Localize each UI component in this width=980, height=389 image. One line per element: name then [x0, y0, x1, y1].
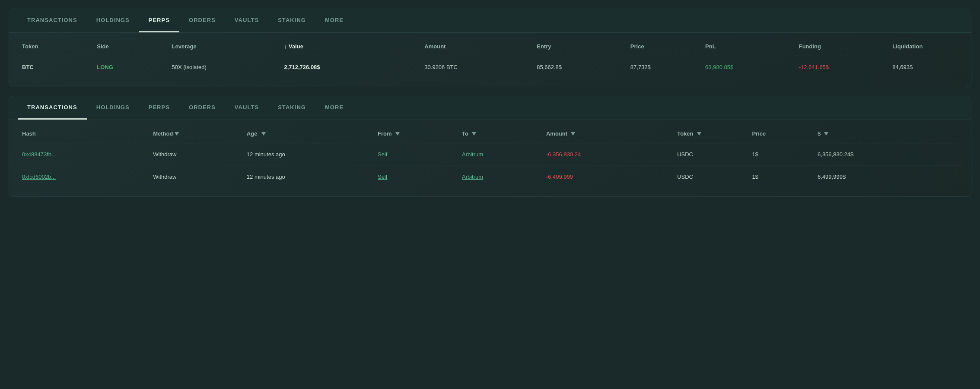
tab-more-2[interactable]: MORE [315, 96, 353, 120]
tx-header-to[interactable]: To [462, 130, 546, 137]
tab-transactions-1[interactable]: TRANSACTIONS [18, 9, 87, 32]
tx-cell-dollar-1: 6,499,999$ [818, 174, 958, 180]
tab-staking-1[interactable]: STAKING [268, 9, 315, 32]
perps-header-amount: Amount [424, 43, 537, 50]
perps-col-headers: Token Side Leverage ↓ Value Amount Entry… [18, 37, 962, 56]
tx-col-headers: Hash Method Age From To Amount [18, 124, 962, 143]
perps-header-side: Side [97, 43, 172, 50]
tx-header-dollar[interactable]: $ [818, 130, 958, 137]
tx-cell-dollar-0: 6,356,830.24$ [818, 151, 958, 158]
panel-transactions: TRANSACTIONS HOLDINGS PERPS ORDERS VAULT… [9, 96, 971, 197]
perps-header-leverage: Leverage [172, 43, 284, 50]
tx-cell-from-1[interactable]: Self [378, 174, 462, 180]
perps-header-funding: Funding [799, 43, 893, 50]
perps-header-token: Token [22, 43, 97, 50]
tx-cell-token-1: USDC [677, 174, 752, 180]
tx-cell-age-1: 12 minutes ago [247, 174, 378, 180]
perps-header-liquidation: Liquidation [892, 43, 958, 50]
perps-row-0: BTC LONG 50X (isolated) 2,712,726.08$ 30… [18, 56, 962, 78]
tx-cell-method-1: Withdraw [153, 174, 247, 180]
tx-cell-to-1[interactable]: Arbitrum [462, 174, 546, 180]
perps-header-value[interactable]: ↓ Value [284, 43, 424, 50]
perps-cell-price-0: 87,732$ [630, 64, 705, 70]
method-filter-icon [175, 130, 179, 137]
token-filter-icon [697, 130, 701, 137]
perps-cell-token-0: BTC [22, 64, 97, 70]
tx-row-1: 0xfcd6002b... Withdraw 12 minutes ago Se… [18, 166, 962, 188]
tab-perps-1[interactable]: PERPS [139, 9, 179, 32]
perps-header-entry: Entry [537, 43, 630, 50]
transactions-tabs: TRANSACTIONS HOLDINGS PERPS ORDERS VAULT… [9, 96, 971, 120]
tab-vaults-2[interactable]: VAULTS [225, 96, 268, 120]
tx-cell-hash-1[interactable]: 0xfcd6002b... [22, 174, 153, 180]
perps-header-value-sort-icon: ↓ [284, 43, 287, 50]
to-filter-icon [472, 130, 476, 137]
tab-orders-2[interactable]: ORDERS [179, 96, 225, 120]
tx-header-age[interactable]: Age [247, 130, 378, 137]
tab-staking-2[interactable]: STAKING [268, 96, 315, 120]
perps-cell-funding-0: -12,641.65$ [799, 64, 893, 70]
perps-cell-leverage-0: 50X (isolated) [172, 64, 284, 70]
age-filter-icon [261, 130, 266, 137]
tx-header-token[interactable]: Token [677, 130, 752, 137]
panel-perps: TRANSACTIONS HOLDINGS PERPS ORDERS VAULT… [9, 9, 971, 87]
perps-header-pnl: PnL [705, 43, 799, 50]
from-filter-icon [395, 130, 400, 137]
perps-cell-value-0: 2,712,726.08$ [284, 64, 424, 70]
tab-perps-2[interactable]: PERPS [139, 96, 179, 120]
tx-cell-price-1: 1$ [752, 174, 818, 180]
tx-cell-amount-0: -6,356,830.24 [546, 151, 677, 158]
tx-cell-age-0: 12 minutes ago [247, 151, 378, 158]
tab-holdings-2[interactable]: HOLDINGS [87, 96, 139, 120]
tx-table-container: Hash Method Age From To Amount [9, 120, 971, 196]
perps-cell-amount-0: 30.9206 BTC [424, 64, 537, 70]
tx-header-price: Price [752, 130, 818, 137]
tx-header-from[interactable]: From [378, 130, 462, 137]
tx-cell-from-0[interactable]: Self [378, 151, 462, 158]
tab-more-1[interactable]: MORE [315, 9, 353, 32]
tx-header-method[interactable]: Method [153, 130, 247, 137]
tx-cell-amount-1: -6,499,999 [546, 174, 677, 180]
perps-cell-liquidation-0: 84,693$ [892, 64, 958, 70]
tx-cell-token-0: USDC [677, 151, 752, 158]
tab-vaults-1[interactable]: VAULTS [225, 9, 268, 32]
dollar-filter-icon [824, 130, 828, 137]
tx-cell-to-0[interactable]: Arbitrum [462, 151, 546, 158]
tx-cell-price-0: 1$ [752, 151, 818, 158]
tab-orders-1[interactable]: ORDERS [179, 9, 225, 32]
perps-tabs: TRANSACTIONS HOLDINGS PERPS ORDERS VAULT… [9, 9, 971, 33]
amount-filter-icon [571, 130, 575, 137]
perps-table-container: Token Side Leverage ↓ Value Amount Entry… [9, 33, 971, 87]
perps-cell-entry-0: 85,662.8$ [537, 64, 630, 70]
tab-transactions-2[interactable]: TRANSACTIONS [18, 96, 87, 120]
perps-header-price: Price [630, 43, 705, 50]
tx-cell-hash-0[interactable]: 0x488473fb... [22, 151, 153, 158]
perps-cell-pnl-0: 63,980.85$ [705, 64, 799, 70]
tx-header-hash: Hash [22, 130, 153, 137]
tx-cell-method-0: Withdraw [153, 151, 247, 158]
tx-row-0: 0x488473fb... Withdraw 12 minutes ago Se… [18, 143, 962, 166]
tx-header-amount[interactable]: Amount [546, 130, 677, 137]
perps-cell-side-0: LONG [97, 64, 172, 70]
tab-holdings-1[interactable]: HOLDINGS [87, 9, 139, 32]
